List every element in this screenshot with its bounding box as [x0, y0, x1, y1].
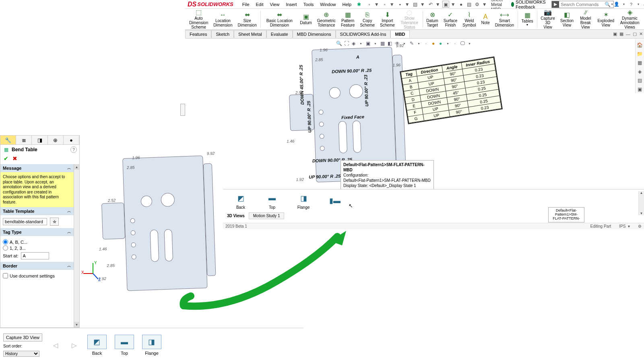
- search-input[interactable]: [559, 2, 603, 7]
- view-thumb-top-lower[interactable]: ▬Top: [115, 335, 134, 356]
- hud-screen-icon[interactable]: 🖵: [459, 40, 466, 47]
- cmd-auto-dim[interactable]: ⬚Auto DimensionScheme: [187, 10, 211, 29]
- view-triad: X Y Z: [82, 261, 104, 283]
- tab-addins[interactable]: SOLIDWORKS Add-Ins: [336, 30, 391, 38]
- new-icon[interactable]: ▫: [366, 1, 373, 8]
- help-icon[interactable]: ?: [628, 2, 634, 7]
- appearances-icon[interactable]: ◈: [636, 68, 644, 76]
- user-icon[interactable]: 👤: [614, 2, 619, 7]
- menu-help[interactable]: Help: [339, 1, 355, 8]
- cmd-dyn-anno[interactable]: ◈DynamicAnnotation Views: [617, 10, 642, 29]
- radio-abc[interactable]: A, B, C...: [3, 239, 71, 245]
- view-multi-icon[interactable]: ▦: [618, 31, 625, 37]
- template-input[interactable]: [3, 218, 47, 225]
- menu-view[interactable]: View: [267, 1, 283, 8]
- cmd-loc-dim[interactable]: ↔LocationDimension: [211, 10, 235, 29]
- dim-icon[interactable]: ▤: [466, 1, 473, 8]
- cmd-note[interactable]: ANote: [479, 10, 492, 29]
- tab-features[interactable]: Features: [185, 30, 211, 38]
- tab-sheetmetal[interactable]: Sheet Metal: [234, 30, 266, 38]
- browse-template-icon[interactable]: ✮: [50, 218, 59, 226]
- menu-file[interactable]: File: [239, 1, 253, 8]
- win-max-icon[interactable]: ▢: [632, 31, 638, 37]
- view-thumb-top[interactable]: ▬Top: [262, 192, 282, 210]
- cmd-datum-target[interactable]: ⊗DatumTarget: [424, 10, 440, 29]
- status-more-icon[interactable]: ⚙: [638, 224, 642, 228]
- pm-cancel-icon[interactable]: ✖: [12, 155, 17, 162]
- menu-tools[interactable]: Tools: [300, 1, 317, 8]
- tab-mbd-dim[interactable]: MBD Dimensions: [293, 30, 336, 38]
- search-scope-icon[interactable]: ▶: [552, 1, 559, 8]
- pm-tab-feature-icon[interactable]: 🔧: [0, 136, 16, 144]
- command-search[interactable]: ▶ 🔍▼: [551, 1, 614, 8]
- capture-3dview-button[interactable]: Capture 3D View: [3, 333, 42, 341]
- select-icon[interactable]: ▣: [442, 1, 449, 8]
- home-icon[interactable]: 🏠: [636, 41, 644, 49]
- tab-evaluate[interactable]: Evaluate: [266, 30, 293, 38]
- cmd-smart-dim[interactable]: ⟷SmartDimension: [493, 10, 516, 29]
- cmd-section-view[interactable]: ◧SectionView: [558, 10, 576, 29]
- menu-edit[interactable]: Edit: [253, 1, 267, 8]
- pin-icon[interactable]: ✱: [357, 2, 361, 7]
- view-thumb-default[interactable]: ▮▬: [325, 195, 345, 207]
- cmd-import-scheme[interactable]: ⬇ImportScheme: [378, 10, 397, 29]
- feedback-link[interactable]: SOLIDWORKS Feedback: [511, 0, 548, 9]
- chk-doc-settings[interactable]: Use document settings: [3, 273, 71, 278]
- radio-123[interactable]: 1, 2, 3...: [3, 245, 71, 251]
- tab-mbd[interactable]: MBD: [390, 30, 409, 38]
- view-thumb-back[interactable]: ◩Back: [231, 192, 250, 210]
- forum-icon[interactable]: ▣: [636, 85, 644, 93]
- cmd-weld[interactable]: ⌇WeldSymbol: [460, 10, 478, 29]
- pm-tab-config-icon[interactable]: ≣: [16, 136, 32, 144]
- menu-insert[interactable]: Insert: [283, 1, 300, 8]
- win-close-icon[interactable]: ✕: [638, 31, 644, 37]
- cmd-surf-finish[interactable]: ✓SurfaceFinish: [441, 10, 460, 29]
- hud-render-icon[interactable]: ●: [437, 40, 444, 47]
- print-icon[interactable]: ▤: [412, 1, 419, 8]
- cmd-basic-loc-dim[interactable]: ⬌Basic Location Dimension: [262, 10, 297, 29]
- open-icon[interactable]: ▫: [381, 1, 388, 8]
- sort-select[interactable]: History: [3, 351, 39, 357]
- status-units[interactable]: IPS ▾: [619, 224, 630, 228]
- pm-help-icon[interactable]: ?: [70, 146, 77, 153]
- views-next-icon[interactable]: ▷: [69, 340, 79, 350]
- views-scrollbar[interactable]: ▲▼: [638, 191, 644, 215]
- view-palette-icon[interactable]: ▦: [636, 59, 644, 67]
- custom-props-icon[interactable]: ▤: [636, 76, 644, 84]
- svg-marker-3: [331, 231, 346, 245]
- hud-appearance-icon[interactable]: ●: [430, 40, 437, 47]
- views-prev-icon[interactable]: ◁: [50, 340, 61, 350]
- cmd-size-dim[interactable]: ⬌SizeDimension: [235, 10, 259, 29]
- pm-tab-display-icon[interactable]: ◨: [32, 136, 47, 144]
- cmd-capture-3dview[interactable]: 📷Capture3D View: [538, 10, 557, 29]
- pm-scrollbar[interactable]: ▲▼: [74, 164, 79, 327]
- start-input[interactable]: [21, 252, 49, 259]
- view-thumb-flange-lower[interactable]: ◨Flange: [142, 335, 161, 356]
- cmd-tables[interactable]: ▦Tables▼: [519, 10, 536, 29]
- tab-sketch[interactable]: Sketch: [211, 30, 234, 38]
- cmd-geo-tol[interactable]: ⊕GeometricTolerance: [315, 10, 338, 29]
- cmd-exploded[interactable]: ✶ExplodedView: [595, 10, 617, 29]
- library-icon[interactable]: 📁: [636, 50, 644, 58]
- pm-title: Bend Table: [12, 147, 37, 152]
- pm-tab-dim-icon[interactable]: ⊕: [48, 136, 64, 144]
- view-single-icon[interactable]: ▣: [612, 31, 618, 37]
- view-thumb-back-lower[interactable]: ◩Back: [87, 335, 107, 356]
- search-icon[interactable]: 🔍: [603, 2, 611, 7]
- cmd-copy-scheme[interactable]: ⎘CopyScheme: [357, 10, 377, 29]
- cmd-pattern[interactable]: ▦PatternFeature: [339, 10, 357, 29]
- win-min-icon[interactable]: —: [625, 32, 632, 37]
- pm-ok-icon[interactable]: ✔: [4, 155, 8, 162]
- pm-tab-appear-icon[interactable]: ●: [64, 136, 79, 144]
- tab-motionstudy[interactable]: Motion Study 1: [249, 212, 285, 219]
- cmd-datum[interactable]: ▣Datum: [297, 10, 314, 29]
- rebuild-icon[interactable]: ●: [458, 1, 464, 8]
- 3d-views-bar-main: ◩Back ▬Top ◨Flange ▮▬ Default<Flat-Patte…: [223, 189, 644, 224]
- cmd-model-break[interactable]: ⫽ModelBreak View: [576, 10, 594, 29]
- menu-window[interactable]: Window: [317, 1, 339, 8]
- save-icon[interactable]: ▪: [396, 1, 403, 8]
- undo-icon[interactable]: ↶: [427, 1, 434, 8]
- view-thumb-flange[interactable]: ◨Flange: [294, 192, 313, 210]
- opts-icon[interactable]: ⚙: [474, 1, 481, 8]
- splitter-handle[interactable]: [180, 104, 185, 116]
